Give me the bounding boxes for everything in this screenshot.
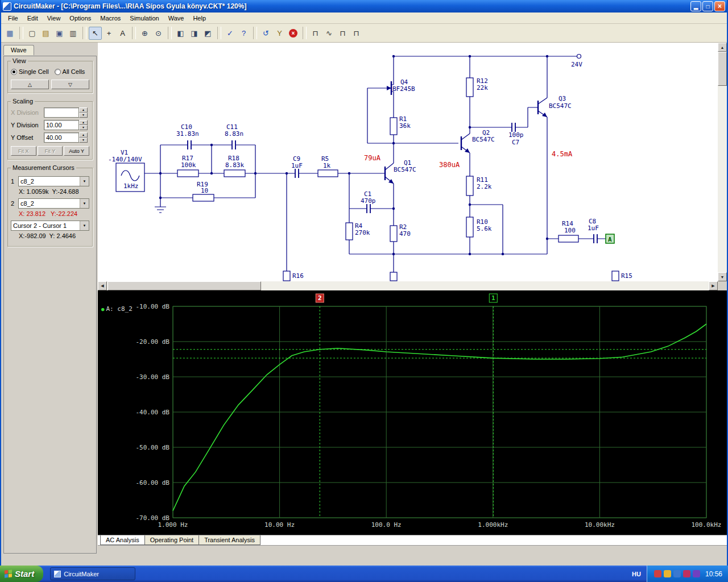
tray-icon-update[interactable]: [683, 570, 690, 577]
x-division-down-button[interactable]: ▼: [79, 113, 88, 118]
magnifier-button[interactable]: ⊙: [152, 27, 165, 40]
chevron-down-icon[interactable]: ▼: [80, 177, 89, 186]
horizontal-scroll-thumb[interactable]: [107, 281, 261, 290]
board-button[interactable]: ▦: [3, 27, 16, 40]
waveform-plot[interactable]: ● A: c8_2 -10.00 dB-20.00 dB-30.00 dB-40…: [98, 290, 727, 535]
start-button[interactable]: Start: [0, 566, 43, 582]
scroll-down-icon[interactable]: ▼: [718, 272, 727, 281]
maximize-button[interactable]: □: [702, 1, 713, 11]
logic-analyzer-button[interactable]: ⊓: [336, 27, 349, 40]
taskbar: Start CircuitMaker HU 10:56: [0, 566, 728, 582]
tray-icon-antivirus[interactable]: [654, 570, 661, 577]
y-offset-up-button[interactable]: ▲: [79, 132, 88, 138]
zoom-in-tool-button[interactable]: ⊕: [138, 27, 151, 40]
help-tool-button[interactable]: ?: [237, 27, 250, 40]
menu-help[interactable]: Help: [188, 14, 210, 23]
print-button[interactable]: ▥: [67, 27, 80, 40]
x-division-up-button[interactable]: ▲: [79, 107, 88, 113]
check-design-icon: ✓: [227, 29, 233, 38]
q3-val-label: BC547C: [549, 102, 572, 110]
tray-icon-network[interactable]: [673, 570, 681, 577]
r11-val-label: 2.2k: [477, 183, 492, 190]
cursor2-signal-select[interactable]: c8_2 ▼: [18, 198, 89, 209]
r14-val-label: 100: [564, 227, 576, 234]
open-file-button[interactable]: ▤: [39, 27, 52, 40]
menu-macros[interactable]: Macros: [96, 14, 125, 23]
check-design-button[interactable]: ✓: [224, 27, 237, 40]
print-icon: ▥: [69, 29, 76, 38]
multi-sheet-button[interactable]: ◩: [201, 27, 214, 40]
fit-y-button[interactable]: Fit Y: [38, 146, 63, 156]
taskbar-circuitmaker-button[interactable]: CircuitMaker: [50, 567, 135, 580]
y-division-down-button[interactable]: ▼: [79, 125, 88, 130]
q1-val-label: BC547C: [394, 166, 416, 173]
scaling-group: Scaling X Division ▲ ▼ Y Division: [7, 101, 93, 160]
scroll-right-icon[interactable]: ▶: [709, 281, 718, 290]
analysis-tabs: AC AnalysisOperating PointTransient Anal…: [98, 535, 727, 545]
menu-wave[interactable]: Wave: [164, 14, 189, 23]
tray-icon-volume[interactable]: [664, 570, 671, 577]
menu-simulation[interactable]: Simulation: [125, 14, 163, 23]
cursor-difference-select[interactable]: Cursor 2 - Cursor 1 ▼: [11, 221, 89, 231]
signal-generator-icon: ⊓: [353, 29, 359, 38]
svg-text:A: A: [608, 236, 612, 243]
minimize-button[interactable]: ▂: [690, 1, 701, 11]
radio-single-cell[interactable]: Single Cell: [11, 68, 49, 75]
text-tool-button[interactable]: A: [116, 27, 129, 40]
digital-display-icon: ⊓: [312, 29, 318, 38]
y-tick-label: -60.00 dB: [135, 479, 169, 487]
y-offset-input[interactable]: [44, 132, 79, 143]
next-wave-button[interactable]: ▽: [51, 80, 89, 89]
zoom-window-button[interactable]: ◧: [174, 27, 187, 40]
chevron-down-icon[interactable]: ▼: [80, 199, 89, 208]
tab-transient-analysis[interactable]: Transient Analysis: [198, 535, 260, 545]
fit-x-button[interactable]: Fit X: [11, 146, 36, 156]
wave-sidebar: Wave View Single Cell All Cells: [1, 43, 98, 565]
digital-display-button[interactable]: ⊓: [309, 27, 322, 40]
save-file-button[interactable]: ▣: [53, 27, 66, 40]
y-division-input[interactable]: [44, 120, 79, 130]
cursor2-readout: X: 23.812 Y:-22.224: [19, 210, 89, 217]
clock: 10:56: [705, 570, 722, 578]
new-file-button[interactable]: ▢: [26, 27, 39, 40]
radio-all-cells[interactable]: All Cells: [55, 68, 85, 75]
reset-simulation-button[interactable]: ↺: [259, 27, 272, 40]
schematic-vertical-scrollbar[interactable]: ▲ ▼: [718, 43, 727, 281]
scroll-up-icon[interactable]: ▲: [718, 43, 727, 52]
tray-icon-agent[interactable]: [693, 570, 700, 577]
schematic-horizontal-scrollbar[interactable]: ◀ ▶: [98, 281, 718, 290]
menu-file[interactable]: File: [3, 14, 23, 23]
schematic-canvas[interactable]: A V1-140/140V1kHzC1031.83nC118.83nR17100…: [98, 43, 718, 281]
tab-operating-point[interactable]: Operating Point: [144, 535, 199, 545]
menu-view[interactable]: View: [43, 14, 65, 23]
window-title: CircuitMaker - [C:\Program Files\...\RIA…: [14, 2, 688, 10]
stop-simulation-button[interactable]: ×: [287, 27, 300, 40]
menu-options[interactable]: Options: [65, 14, 96, 23]
series-color-dot: ●: [101, 306, 104, 312]
chevron-down-icon[interactable]: ▼: [80, 221, 89, 230]
add-part-button[interactable]: +: [102, 27, 115, 40]
sheet-view-button[interactable]: ◨: [188, 27, 201, 40]
y-division-up-button[interactable]: ▲: [79, 120, 88, 125]
menu-edit[interactable]: Edit: [23, 14, 43, 23]
x-division-input[interactable]: [44, 107, 79, 118]
previous-wave-button[interactable]: △: [11, 80, 49, 89]
tab-ac-analysis[interactable]: AC Analysis: [100, 535, 145, 545]
y-division-label: Y Division: [11, 122, 44, 128]
signal-generator-button[interactable]: ⊓: [350, 27, 363, 40]
r1-val-label: 36k: [399, 122, 411, 130]
tab-wave[interactable]: Wave: [3, 45, 34, 55]
close-button[interactable]: ×: [714, 1, 725, 11]
scroll-left-icon[interactable]: ◀: [98, 281, 107, 290]
cursor1-signal-select[interactable]: c8_2 ▼: [18, 176, 89, 186]
vertical-scroll-thumb[interactable]: [718, 52, 727, 86]
probe-tool-button[interactable]: Y: [273, 27, 286, 40]
select-arrow-button[interactable]: ↖: [89, 27, 102, 40]
waveforms-button[interactable]: ∿: [322, 27, 336, 40]
y-offset-down-button[interactable]: ▼: [79, 138, 88, 143]
language-indicator[interactable]: HU: [626, 571, 647, 577]
auto-y-button[interactable]: Auto Y: [64, 146, 89, 156]
toolbar: ▦▢▤▣▥↖+A⊕⊙◧◨◩✓?↺Y×⊓∿⊓⊓: [1, 24, 727, 43]
titlebar[interactable]: CircuitMaker - [C:\Program Files\...\RIA…: [1, 0, 727, 13]
r17-val-label: 100k: [181, 161, 196, 169]
